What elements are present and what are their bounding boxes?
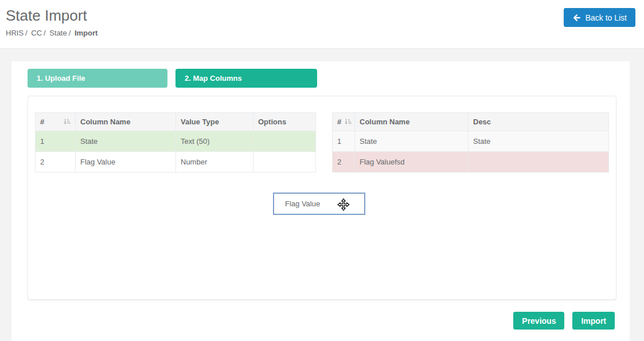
cell-value-type: Number: [176, 152, 253, 173]
drag-chip-label: Flag Value: [285, 199, 320, 208]
source-row-state[interactable]: 1 State Text (50): [36, 131, 316, 152]
target-header-number[interactable]: #: [333, 113, 355, 131]
breadcrumb-separator: /: [25, 29, 28, 37]
column-mapping-area: # Column Na: [28, 96, 616, 300]
breadcrumb-current-import: Import: [75, 29, 97, 37]
breadcrumb: HRIS/ CC/ State/ Import: [6, 29, 97, 37]
cell-options: [253, 152, 316, 173]
number-header-label: #: [40, 117, 44, 126]
page-content: 1. Upload File 2. Map Columns #: [0, 49, 644, 341]
target-header-column-name: Column Name: [355, 113, 469, 131]
back-to-list-label: Back to List: [586, 13, 627, 22]
source-columns-table: # Column Na: [35, 112, 316, 173]
source-header-value-type: Value Type: [176, 113, 253, 131]
wizard-steps: 1. Upload File 2. Map Columns: [28, 69, 616, 88]
cell-column-name: Flag Value: [76, 152, 176, 173]
cell-number: 2: [333, 152, 355, 173]
mapping-tables: # Column Na: [35, 112, 609, 173]
page-title: State Import: [6, 7, 97, 25]
cell-column-name: State: [355, 131, 469, 152]
cell-options: [253, 131, 316, 152]
source-header-column-name: Column Name: [76, 113, 176, 131]
cell-number: 1: [333, 131, 355, 152]
breadcrumb-separator: /: [44, 29, 46, 37]
source-header-options: Options: [253, 113, 316, 131]
drag-chip-flag-value[interactable]: Flag Value: [273, 193, 365, 215]
source-header-number[interactable]: #: [36, 113, 76, 131]
cell-number: 1: [36, 131, 76, 152]
back-to-list-button[interactable]: Back to List: [564, 8, 635, 27]
breadcrumb-item-state[interactable]: State: [49, 29, 67, 37]
import-button[interactable]: Import: [572, 312, 615, 330]
cell-column-name: Flag Valuefsd: [355, 152, 469, 173]
cell-desc: [469, 152, 609, 173]
cell-desc: State: [469, 131, 609, 152]
breadcrumb-item-cc[interactable]: CC: [31, 29, 42, 37]
cell-column-name: State: [76, 131, 176, 152]
sort-amount-icon: [63, 118, 71, 126]
breadcrumb-item-hris[interactable]: HRIS: [6, 29, 24, 37]
sort-amount-icon: [344, 118, 352, 126]
page-header: State Import HRIS/ CC/ State/ Import Bac…: [0, 0, 644, 49]
arrow-left-icon: [572, 14, 581, 22]
target-header-desc: Desc: [469, 113, 609, 131]
move-cursor-icon: [337, 198, 350, 211]
target-table-header-row: # Column Na: [333, 113, 609, 131]
cell-value-type: Text (50): [176, 131, 253, 152]
breadcrumb-separator: /: [69, 29, 71, 37]
page-heading-group: State Import HRIS/ CC/ State/ Import: [6, 7, 97, 37]
wizard-step-map-columns[interactable]: 2. Map Columns: [175, 69, 317, 88]
number-header-label: #: [337, 117, 341, 126]
import-wizard-panel: 1. Upload File 2. Map Columns #: [11, 61, 630, 341]
target-row-flag-valuefsd[interactable]: 2 Flag Valuefsd: [333, 152, 609, 173]
source-table-header-row: # Column Na: [36, 113, 316, 131]
wizard-footer: Previous Import: [28, 312, 616, 330]
target-columns-table: # Column Na: [332, 112, 609, 173]
target-row-state[interactable]: 1 State State: [333, 131, 609, 152]
wizard-step-upload-file[interactable]: 1. Upload File: [28, 69, 167, 88]
previous-button[interactable]: Previous: [513, 312, 564, 330]
cell-number: 2: [36, 152, 76, 173]
source-row-flag-value[interactable]: 2 Flag Value Number: [36, 152, 316, 173]
